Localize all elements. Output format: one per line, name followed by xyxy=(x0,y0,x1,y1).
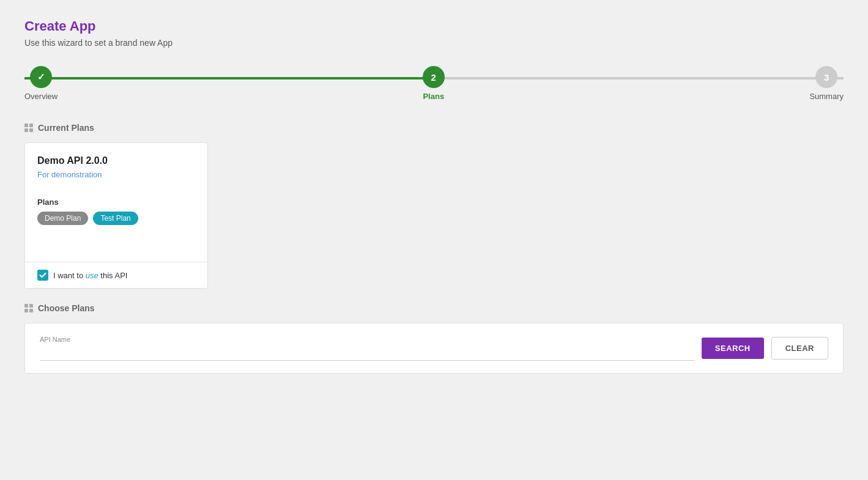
api-card: Demo API 2.0.0 For demonstration Plans D… xyxy=(24,142,208,289)
use-api-checkbox-wrapper[interactable]: I want to use this API xyxy=(37,270,127,281)
choose-plans-section: Choose Plans API Name SEARCH CLEAR xyxy=(24,303,844,374)
plan-badges: Demo Plan Test Plan xyxy=(37,212,195,225)
use-api-checkbox[interactable] xyxy=(37,270,48,281)
step-2-label: Plans xyxy=(423,92,444,101)
step-3-circle: 3 xyxy=(815,66,837,88)
wizard-step-summary[interactable]: 3 Summary xyxy=(809,66,844,101)
wizard-steps: ✓ Overview 2 Plans 3 Summary xyxy=(24,66,844,101)
page-title: Create App xyxy=(24,18,844,34)
step-3-label: Summary xyxy=(809,92,844,101)
search-panel: API Name SEARCH CLEAR xyxy=(24,323,844,374)
wizard-step-overview[interactable]: ✓ Overview xyxy=(24,66,57,101)
api-card-title: Demo API 2.0.0 xyxy=(37,155,195,166)
choose-plans-header: Choose Plans xyxy=(24,303,844,313)
choose-plans-icon xyxy=(24,304,33,312)
choose-plans-label: Choose Plans xyxy=(38,303,95,313)
current-plans-label: Current Plans xyxy=(38,123,94,133)
api-name-field-wrapper: API Name xyxy=(40,336,694,361)
step-1-label: Overview xyxy=(24,92,57,101)
plan-badge-test: Test Plan xyxy=(93,212,138,225)
api-card-plans-label: Plans xyxy=(37,198,195,207)
wizard-step-plans[interactable]: 2 Plans xyxy=(423,66,445,101)
search-button[interactable]: SEARCH xyxy=(702,338,764,359)
api-name-input[interactable] xyxy=(40,345,694,361)
step-1-circle: ✓ xyxy=(30,66,52,88)
clear-button[interactable]: CLEAR xyxy=(771,337,828,360)
use-api-label: I want to use this API xyxy=(53,271,127,280)
api-name-label: API Name xyxy=(40,336,694,343)
step-2-circle: 2 xyxy=(423,66,445,88)
current-plans-header: Current Plans xyxy=(24,123,844,133)
api-card-description: For demonstration xyxy=(37,170,195,179)
plan-badge-demo: Demo Plan xyxy=(37,212,88,225)
current-plans-icon xyxy=(24,124,33,132)
page-subtitle: Use this wizard to set a brand new App xyxy=(24,38,844,48)
